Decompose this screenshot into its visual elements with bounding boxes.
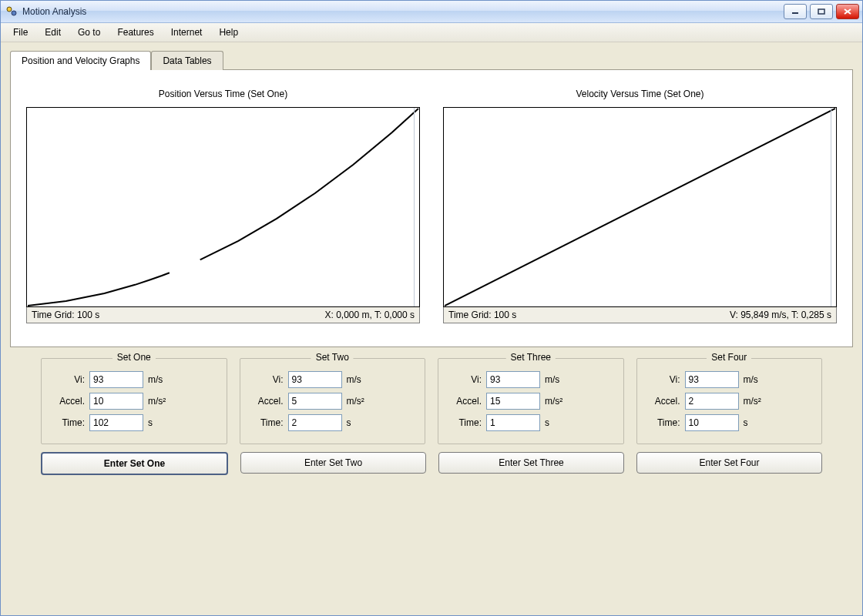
label-accel: Accel.: [250, 396, 284, 407]
set-one-group: Set One Vi: m/s Accel. m/s² Time: s: [41, 358, 227, 444]
unit-vi: m/s: [347, 374, 370, 385]
menu-features[interactable]: Features: [109, 25, 161, 40]
app-icon: [5, 5, 18, 18]
set-two-time-input[interactable]: [288, 414, 342, 431]
enter-set-four-button[interactable]: Enter Set Four: [636, 452, 822, 474]
velocity-status-left: Time Grid: 100 s: [444, 307, 640, 323]
set-two-legend: Set Two: [311, 352, 354, 363]
tab-data-tables[interactable]: Data Tables: [151, 51, 223, 70]
label-accel: Accel.: [448, 396, 482, 407]
unit-time: s: [347, 417, 370, 428]
position-status-row: Time Grid: 100 s X: 0,000 m, T: 0,000 s: [26, 307, 420, 323]
svg-point-1: [12, 11, 16, 15]
unit-vi: m/s: [744, 374, 767, 385]
tab-graphs[interactable]: Position and Velocity Graphs: [10, 51, 151, 70]
label-time: Time:: [250, 417, 284, 428]
set-one-accel-input[interactable]: [89, 393, 143, 410]
unit-accel: m/s²: [148, 396, 171, 407]
unit-vi: m/s: [148, 374, 171, 385]
client-area: Position and Velocity Graphs Data Tables…: [1, 42, 862, 615]
set-two-vi-input[interactable]: [288, 371, 342, 388]
close-button[interactable]: [836, 4, 859, 19]
label-vi: Vi:: [448, 374, 482, 385]
position-status-right: X: 0,000 m, T: 0,000 s: [223, 307, 420, 323]
velocity-plot-area[interactable]: [443, 107, 837, 307]
label-accel: Accel.: [646, 396, 680, 407]
menu-help[interactable]: Help: [211, 25, 246, 40]
unit-time: s: [545, 417, 568, 428]
plot-separator: [831, 108, 831, 306]
unit-accel: m/s²: [744, 396, 767, 407]
unit-accel: m/s²: [545, 396, 568, 407]
set-one-vi-input[interactable]: [89, 371, 143, 388]
set-two-group: Set Two Vi: m/s Accel. m/s² Time: s: [240, 358, 426, 444]
label-accel: Accel.: [51, 396, 85, 407]
menubar: File Edit Go to Features Internet Help: [1, 23, 862, 42]
window-title: Motion Analysis: [22, 6, 784, 17]
position-chart-title: Position Versus Time (Set One): [159, 89, 287, 99]
menu-internet[interactable]: Internet: [163, 25, 210, 40]
position-status-left: Time Grid: 100 s: [27, 307, 223, 323]
sets-row: Set One Vi: m/s Accel. m/s² Time: s: [10, 358, 853, 444]
label-vi: Vi:: [51, 374, 85, 385]
app-window: Motion Analysis File Edit Go to Features…: [0, 0, 863, 616]
set-three-legend: Set Three: [506, 352, 556, 363]
set-four-legend: Set Four: [707, 352, 751, 363]
set-three-accel-input[interactable]: [486, 393, 540, 410]
maximize-button[interactable]: [810, 4, 833, 19]
label-time: Time:: [51, 417, 85, 428]
set-two-accel-input[interactable]: [288, 393, 342, 410]
velocity-chart-title: Velocity Versus Time (Set One): [576, 89, 703, 99]
label-vi: Vi:: [646, 374, 680, 385]
set-four-group: Set Four Vi: m/s Accel. m/s² Time: s: [636, 358, 823, 444]
set-three-group: Set Three Vi: m/s Accel. m/s² Time: s: [438, 358, 624, 444]
enter-set-three-button[interactable]: Enter Set Three: [438, 452, 624, 474]
window-buttons: [784, 4, 859, 19]
position-plot-area[interactable]: [26, 107, 420, 307]
tab-strip: Position and Velocity Graphs Data Tables: [10, 50, 853, 69]
set-one-legend: Set One: [112, 352, 156, 363]
tab-panel-graphs: Position Versus Time (Set One) Time Grid…: [10, 69, 853, 347]
titlebar: Motion Analysis: [1, 1, 862, 23]
menu-file[interactable]: File: [5, 25, 35, 40]
velocity-chart: Velocity Versus Time (Set One) Time Grid…: [443, 89, 837, 323]
svg-point-0: [7, 7, 12, 12]
minimize-button[interactable]: [784, 4, 807, 19]
label-time: Time:: [646, 417, 680, 428]
unit-vi: m/s: [545, 374, 568, 385]
svg-rect-3: [818, 9, 824, 14]
buttons-row: Enter Set One Enter Set Two Enter Set Th…: [10, 452, 853, 475]
velocity-status-row: Time Grid: 100 s V: 95,849 m/s, T: 0,285…: [443, 307, 837, 323]
label-time: Time:: [448, 417, 482, 428]
set-three-vi-input[interactable]: [486, 371, 540, 388]
set-three-time-input[interactable]: [486, 414, 540, 431]
menu-edit[interactable]: Edit: [37, 25, 69, 40]
tab-control: Position and Velocity Graphs Data Tables…: [10, 50, 853, 347]
unit-accel: m/s²: [347, 396, 370, 407]
plot-separator: [414, 108, 415, 306]
set-four-accel-input[interactable]: [685, 393, 739, 410]
enter-set-one-button[interactable]: Enter Set One: [41, 452, 228, 475]
position-chart: Position Versus Time (Set One) Time Grid…: [26, 89, 420, 323]
set-four-vi-input[interactable]: [685, 371, 739, 388]
set-four-time-input[interactable]: [685, 414, 739, 431]
unit-time: s: [148, 417, 171, 428]
unit-time: s: [744, 417, 767, 428]
velocity-status-right: V: 95,849 m/s, T: 0,285 s: [640, 307, 837, 323]
enter-set-two-button[interactable]: Enter Set Two: [240, 452, 426, 474]
menu-goto[interactable]: Go to: [70, 25, 108, 40]
label-vi: Vi:: [250, 374, 284, 385]
charts-row: Position Versus Time (Set One) Time Grid…: [26, 89, 837, 323]
set-one-time-input[interactable]: [89, 414, 143, 431]
